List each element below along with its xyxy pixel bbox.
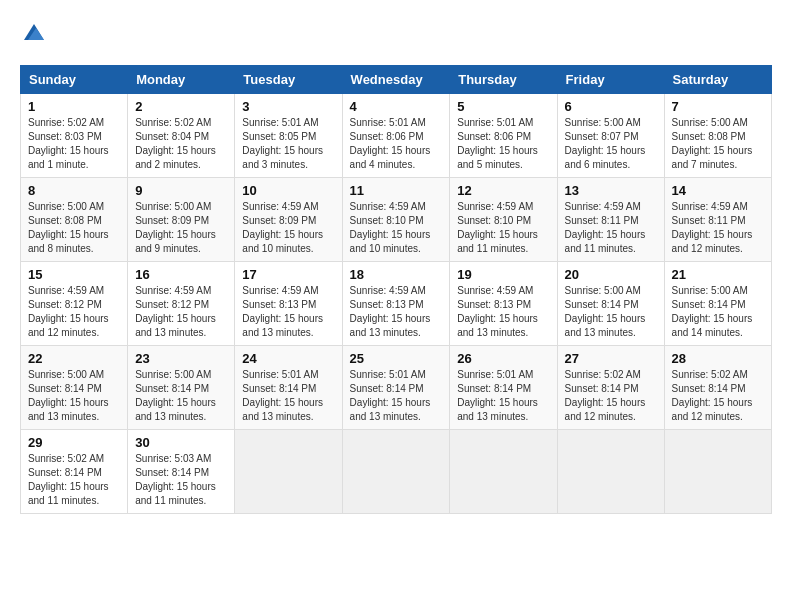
calendar-cell: 27 Sunrise: 5:02 AM Sunset: 8:14 PM Dayl… — [557, 346, 664, 430]
day-info: Sunrise: 5:01 AM Sunset: 8:05 PM Dayligh… — [242, 117, 323, 170]
day-number: 10 — [242, 183, 334, 198]
calendar-cell: 4 Sunrise: 5:01 AM Sunset: 8:06 PM Dayli… — [342, 94, 450, 178]
calendar-cell: 8 Sunrise: 5:00 AM Sunset: 8:08 PM Dayli… — [21, 178, 128, 262]
day-number: 27 — [565, 351, 657, 366]
day-info: Sunrise: 4:59 AM Sunset: 8:11 PM Dayligh… — [672, 201, 753, 254]
weekday-header-tuesday: Tuesday — [235, 66, 342, 94]
day-info: Sunrise: 5:00 AM Sunset: 8:14 PM Dayligh… — [672, 285, 753, 338]
calendar-body: 1 Sunrise: 5:02 AM Sunset: 8:03 PM Dayli… — [21, 94, 772, 514]
calendar-cell: 14 Sunrise: 4:59 AM Sunset: 8:11 PM Dayl… — [664, 178, 771, 262]
day-info: Sunrise: 5:01 AM Sunset: 8:14 PM Dayligh… — [242, 369, 323, 422]
calendar-cell: 13 Sunrise: 4:59 AM Sunset: 8:11 PM Dayl… — [557, 178, 664, 262]
day-number: 17 — [242, 267, 334, 282]
day-number: 9 — [135, 183, 227, 198]
calendar-cell: 6 Sunrise: 5:00 AM Sunset: 8:07 PM Dayli… — [557, 94, 664, 178]
calendar-cell — [342, 430, 450, 514]
day-info: Sunrise: 5:02 AM Sunset: 8:03 PM Dayligh… — [28, 117, 109, 170]
day-info: Sunrise: 5:03 AM Sunset: 8:14 PM Dayligh… — [135, 453, 216, 506]
day-info: Sunrise: 5:02 AM Sunset: 8:14 PM Dayligh… — [565, 369, 646, 422]
calendar-cell: 2 Sunrise: 5:02 AM Sunset: 8:04 PM Dayli… — [128, 94, 235, 178]
calendar-cell: 16 Sunrise: 4:59 AM Sunset: 8:12 PM Dayl… — [128, 262, 235, 346]
day-info: Sunrise: 5:01 AM Sunset: 8:14 PM Dayligh… — [350, 369, 431, 422]
weekday-header-saturday: Saturday — [664, 66, 771, 94]
logo — [20, 20, 46, 49]
day-info: Sunrise: 5:00 AM Sunset: 8:14 PM Dayligh… — [135, 369, 216, 422]
day-number: 4 — [350, 99, 443, 114]
day-number: 20 — [565, 267, 657, 282]
calendar-cell: 25 Sunrise: 5:01 AM Sunset: 8:14 PM Dayl… — [342, 346, 450, 430]
day-number: 26 — [457, 351, 549, 366]
calendar-cell — [450, 430, 557, 514]
day-info: Sunrise: 4:59 AM Sunset: 8:13 PM Dayligh… — [457, 285, 538, 338]
week-row-1: 1 Sunrise: 5:02 AM Sunset: 8:03 PM Dayli… — [21, 94, 772, 178]
weekday-header-monday: Monday — [128, 66, 235, 94]
day-number: 19 — [457, 267, 549, 282]
day-info: Sunrise: 5:00 AM Sunset: 8:09 PM Dayligh… — [135, 201, 216, 254]
day-number: 2 — [135, 99, 227, 114]
day-info: Sunrise: 5:01 AM Sunset: 8:06 PM Dayligh… — [457, 117, 538, 170]
calendar-cell: 26 Sunrise: 5:01 AM Sunset: 8:14 PM Dayl… — [450, 346, 557, 430]
day-number: 29 — [28, 435, 120, 450]
day-info: Sunrise: 4:59 AM Sunset: 8:10 PM Dayligh… — [350, 201, 431, 254]
day-info: Sunrise: 5:02 AM Sunset: 8:14 PM Dayligh… — [672, 369, 753, 422]
calendar-cell: 9 Sunrise: 5:00 AM Sunset: 8:09 PM Dayli… — [128, 178, 235, 262]
weekday-row: SundayMondayTuesdayWednesdayThursdayFrid… — [21, 66, 772, 94]
day-info: Sunrise: 4:59 AM Sunset: 8:13 PM Dayligh… — [242, 285, 323, 338]
day-info: Sunrise: 5:02 AM Sunset: 8:14 PM Dayligh… — [28, 453, 109, 506]
day-info: Sunrise: 4:59 AM Sunset: 8:10 PM Dayligh… — [457, 201, 538, 254]
day-number: 11 — [350, 183, 443, 198]
calendar-cell: 18 Sunrise: 4:59 AM Sunset: 8:13 PM Dayl… — [342, 262, 450, 346]
day-number: 5 — [457, 99, 549, 114]
calendar-cell: 23 Sunrise: 5:00 AM Sunset: 8:14 PM Dayl… — [128, 346, 235, 430]
day-number: 8 — [28, 183, 120, 198]
calendar-cell: 7 Sunrise: 5:00 AM Sunset: 8:08 PM Dayli… — [664, 94, 771, 178]
day-info: Sunrise: 5:00 AM Sunset: 8:14 PM Dayligh… — [28, 369, 109, 422]
calendar-cell: 29 Sunrise: 5:02 AM Sunset: 8:14 PM Dayl… — [21, 430, 128, 514]
day-info: Sunrise: 5:01 AM Sunset: 8:06 PM Dayligh… — [350, 117, 431, 170]
weekday-header-friday: Friday — [557, 66, 664, 94]
day-info: Sunrise: 4:59 AM Sunset: 8:11 PM Dayligh… — [565, 201, 646, 254]
calendar-cell: 11 Sunrise: 4:59 AM Sunset: 8:10 PM Dayl… — [342, 178, 450, 262]
calendar-cell — [235, 430, 342, 514]
calendar-cell: 10 Sunrise: 4:59 AM Sunset: 8:09 PM Dayl… — [235, 178, 342, 262]
day-info: Sunrise: 5:00 AM Sunset: 8:07 PM Dayligh… — [565, 117, 646, 170]
day-info: Sunrise: 5:00 AM Sunset: 8:08 PM Dayligh… — [28, 201, 109, 254]
day-number: 18 — [350, 267, 443, 282]
day-number: 6 — [565, 99, 657, 114]
weekday-header-sunday: Sunday — [21, 66, 128, 94]
day-number: 12 — [457, 183, 549, 198]
calendar-table: SundayMondayTuesdayWednesdayThursdayFrid… — [20, 65, 772, 514]
calendar-cell: 30 Sunrise: 5:03 AM Sunset: 8:14 PM Dayl… — [128, 430, 235, 514]
calendar-cell: 15 Sunrise: 4:59 AM Sunset: 8:12 PM Dayl… — [21, 262, 128, 346]
day-number: 30 — [135, 435, 227, 450]
page-header — [20, 20, 772, 49]
calendar-cell: 24 Sunrise: 5:01 AM Sunset: 8:14 PM Dayl… — [235, 346, 342, 430]
day-number: 16 — [135, 267, 227, 282]
day-number: 23 — [135, 351, 227, 366]
calendar-cell: 21 Sunrise: 5:00 AM Sunset: 8:14 PM Dayl… — [664, 262, 771, 346]
day-info: Sunrise: 5:01 AM Sunset: 8:14 PM Dayligh… — [457, 369, 538, 422]
week-row-5: 29 Sunrise: 5:02 AM Sunset: 8:14 PM Dayl… — [21, 430, 772, 514]
weekday-header-thursday: Thursday — [450, 66, 557, 94]
calendar-cell: 20 Sunrise: 5:00 AM Sunset: 8:14 PM Dayl… — [557, 262, 664, 346]
day-number: 22 — [28, 351, 120, 366]
day-number: 7 — [672, 99, 764, 114]
day-number: 14 — [672, 183, 764, 198]
day-info: Sunrise: 4:59 AM Sunset: 8:13 PM Dayligh… — [350, 285, 431, 338]
calendar-cell — [664, 430, 771, 514]
calendar-cell: 17 Sunrise: 4:59 AM Sunset: 8:13 PM Dayl… — [235, 262, 342, 346]
day-number: 3 — [242, 99, 334, 114]
day-number: 24 — [242, 351, 334, 366]
day-number: 1 — [28, 99, 120, 114]
calendar-header: SundayMondayTuesdayWednesdayThursdayFrid… — [21, 66, 772, 94]
week-row-4: 22 Sunrise: 5:00 AM Sunset: 8:14 PM Dayl… — [21, 346, 772, 430]
day-number: 15 — [28, 267, 120, 282]
day-info: Sunrise: 5:00 AM Sunset: 8:08 PM Dayligh… — [672, 117, 753, 170]
day-number: 21 — [672, 267, 764, 282]
day-info: Sunrise: 4:59 AM Sunset: 8:12 PM Dayligh… — [28, 285, 109, 338]
calendar-cell: 1 Sunrise: 5:02 AM Sunset: 8:03 PM Dayli… — [21, 94, 128, 178]
calendar-cell: 12 Sunrise: 4:59 AM Sunset: 8:10 PM Dayl… — [450, 178, 557, 262]
calendar-cell: 3 Sunrise: 5:01 AM Sunset: 8:05 PM Dayli… — [235, 94, 342, 178]
day-number: 28 — [672, 351, 764, 366]
calendar-cell: 5 Sunrise: 5:01 AM Sunset: 8:06 PM Dayli… — [450, 94, 557, 178]
